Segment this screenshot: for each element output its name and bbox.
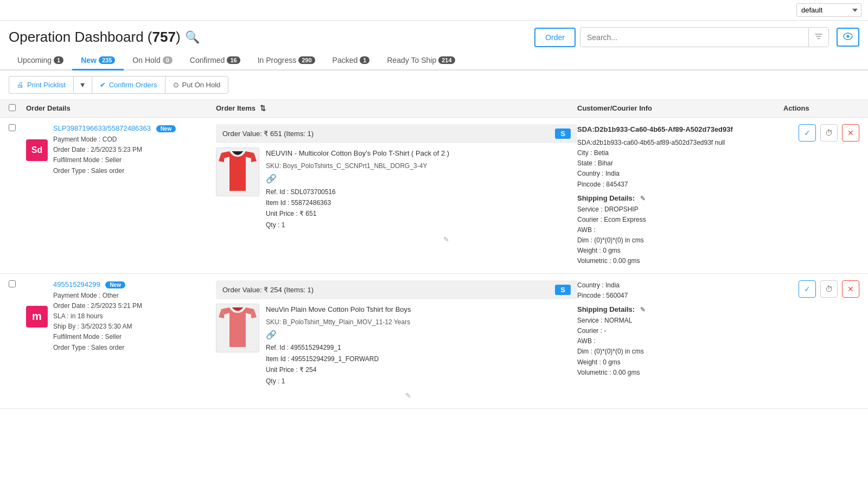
col-order-items: Order Items ⇅ (216, 104, 577, 113)
confirm-orders-button[interactable]: ✔ Confirm Orders (92, 76, 165, 94)
customer-info-2: Country : India Pincode : 560047 Shippin… (577, 280, 783, 378)
top-bar: default (0, 0, 868, 21)
item-price-1: Unit Price : ₹ 651 (266, 208, 449, 219)
new-badge-1: New (156, 125, 176, 132)
link-icon-1[interactable]: 🔗 (266, 171, 277, 186)
put-on-hold-button[interactable]: ⊙ Put On Hold (165, 76, 229, 94)
item-sku-1: SKU: Boys_PoloTshirts_C_SCNPrt1_NBL_DORG… (266, 160, 449, 171)
col-customer: Customer/Courier Info (577, 104, 783, 113)
eye-button[interactable] (837, 28, 859, 47)
actions-col-1: ✓ ⏱ ✕ (783, 124, 859, 142)
table-row: m 495515294299 New Payment Mode : Other … (0, 274, 868, 409)
customer-id-1: SDA:D2b1b933-Ca60-4b65-Af89-A502d73ed93f (577, 124, 783, 136)
order-details-1: Sd SLP3987196633/55872486363 New Payment… (26, 124, 216, 177)
reject-button-1[interactable]: ✕ (842, 124, 859, 142)
search-input[interactable] (580, 29, 808, 46)
order-avatar-1: Sd (26, 139, 48, 161)
search-area: Order (534, 27, 859, 47)
link-icon-2[interactable]: 🔗 (266, 328, 277, 342)
edit-shipping-icon-1[interactable]: ✎ (640, 195, 646, 202)
tab-packed[interactable]: Packed 1 (324, 52, 379, 70)
print-icon: 🖨 (17, 81, 24, 89)
tab-upcoming[interactable]: Upcoming 1 (9, 52, 72, 70)
page-title: Operation Dashboard (757) (9, 29, 181, 46)
item-id-2: Item Id : 495515294299_1_FORWARD (266, 354, 411, 364)
tabs-row: Upcoming 1 New 235 On Hold 0 Confirmed 1… (0, 52, 868, 70)
header-row: Operation Dashboard (757) 🔍 Order (0, 21, 868, 52)
search-container (580, 27, 829, 47)
order-details-2: m 495515294299 New Payment Mode : Other … (26, 280, 216, 354)
check-icon: ✔ (100, 81, 106, 89)
hold-button-1[interactable]: ⏱ (820, 124, 838, 142)
default-select[interactable]: default (796, 3, 861, 17)
table-row: Sd SLP3987196633/55872486363 New Payment… (0, 118, 868, 274)
order-checkbox-1[interactable] (9, 124, 16, 131)
edit-shipping-icon-2[interactable]: ✎ (640, 306, 646, 313)
shirt-svg-1 (219, 150, 257, 194)
order-value-label-2: Order Value: ₹ 254 (Items: 1) (222, 286, 314, 294)
shipping-label-1: Shipping Details: (577, 194, 635, 202)
filter-button[interactable] (808, 28, 828, 47)
approve-button-2[interactable]: ✓ (799, 280, 816, 298)
col-order-details: Order Details (26, 104, 216, 113)
svg-point-1 (847, 35, 850, 38)
item-image-1 (216, 147, 259, 196)
actions-col-2: ✓ ⏱ ✕ (783, 280, 859, 298)
actions-bar: 🖨 Print Picklist ▼ ✔ Confirm Orders ⊙ Pu… (0, 70, 868, 100)
item-sku-2: SKU: B_PoloTshirt_Mtty_Plain_MOV_11-12 Y… (266, 317, 411, 328)
order-checkbox-2[interactable] (9, 280, 16, 287)
hold-button-2[interactable]: ⏱ (820, 280, 838, 298)
shirt-svg-2 (219, 306, 257, 350)
new-badge-2: New (105, 281, 125, 288)
order-items-1: Order Value: ₹ 651 (Items: 1) S NEUVIN -… (216, 124, 577, 246)
shipping-label-2: Shipping Details: (577, 305, 635, 313)
tab-readytoship[interactable]: Ready To Ship 214 (378, 52, 463, 70)
item-name-2: NeuVin Plain Move Cotton Polo Tshirt for… (266, 304, 411, 316)
reject-button-2[interactable]: ✕ (842, 280, 859, 298)
select-all-checkbox[interactable] (9, 104, 16, 111)
tab-new[interactable]: New 235 (72, 52, 124, 70)
order-items-2: Order Value: ₹ 254 (Items: 1) S NeuVin P… (216, 280, 577, 402)
search-icon[interactable]: 🔍 (185, 30, 200, 44)
edit-icon-2[interactable]: ✎ (266, 390, 411, 402)
order-avatar-2: m (26, 306, 48, 328)
col-actions: Actions (783, 104, 859, 113)
edit-icon-1[interactable]: ✎ (266, 234, 449, 246)
item-qty-2: Qty : 1 (266, 376, 411, 387)
badge-s-2: S (555, 285, 571, 295)
tab-inprogress[interactable]: In Progress 290 (249, 52, 324, 70)
item-ref-2: Ref. Id : 495515294299_1 (266, 342, 411, 353)
item-name-1: NEUVIN - Multicolor Cotton Boy's Polo T-… (266, 147, 449, 159)
tab-confirmed[interactable]: Confirmed 16 (181, 52, 249, 70)
order-value-label-1: Order Value: ₹ 651 (Items: 1) (222, 130, 314, 138)
order-button[interactable]: Order (534, 28, 576, 47)
filter-icon (814, 32, 823, 41)
item-image-2 (216, 304, 259, 352)
print-picklist-button[interactable]: 🖨 Print Picklist (9, 76, 73, 94)
order-link-2[interactable]: 495515294299 (53, 280, 100, 288)
tab-onhold[interactable]: On Hold 0 (124, 52, 181, 70)
badge-s-1: S (555, 129, 571, 139)
orders-container: Sd SLP3987196633/55872486363 New Payment… (0, 118, 868, 409)
eye-icon (843, 33, 853, 40)
table-header: Order Details Order Items ⇅ Customer/Cou… (0, 100, 868, 118)
approve-button-1[interactable]: ✓ (799, 124, 816, 142)
item-id-1: Item Id : 55872486363 (266, 197, 449, 208)
item-ref-1: Ref. Id : SDL073700516 (266, 187, 449, 197)
item-qty-1: Qty : 1 (266, 220, 449, 230)
order-link-1[interactable]: SLP3987196633/55872486363 (53, 124, 151, 132)
hold-icon: ⊙ (173, 81, 179, 89)
sort-icon[interactable]: ⇅ (260, 104, 266, 112)
print-dropdown-button[interactable]: ▼ (73, 76, 92, 94)
customer-info-1: SDA:D2b1b933-Ca60-4b65-Af89-A502d73ed93f… (577, 124, 783, 267)
item-price-2: Unit Price : ₹ 254 (266, 364, 411, 375)
